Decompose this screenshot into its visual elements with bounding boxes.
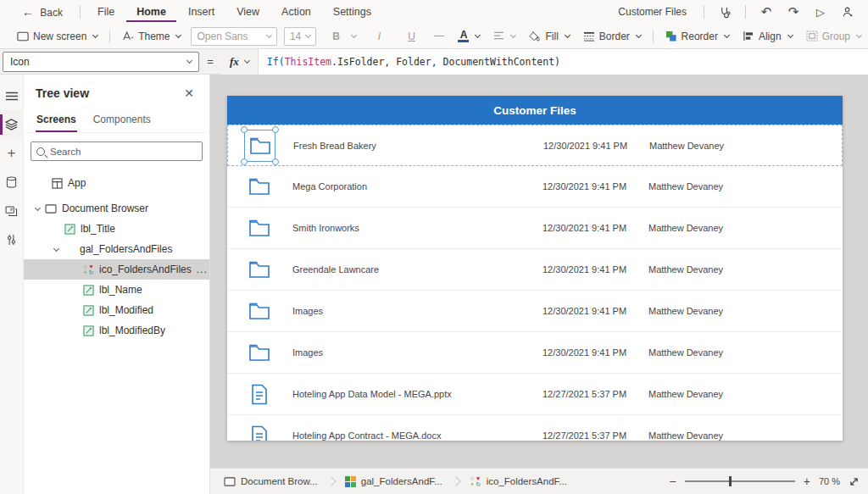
redo-icon[interactable]: ↷: [782, 3, 805, 21]
table-row[interactable]: Smith Ironworks 12/30/2021 9:41 PM Matth…: [227, 208, 843, 249]
zoom-in-button[interactable]: +: [804, 475, 810, 488]
resize-handle[interactable]: [272, 158, 279, 165]
fx-dropdown[interactable]: fx: [221, 49, 259, 75]
strikethrough-icon[interactable]: [427, 32, 451, 41]
row-name-label[interactable]: Images: [292, 306, 542, 316]
tree-item-gal-foldersandfiles[interactable]: gal_FoldersAndFiles: [24, 239, 209, 259]
tree-item-lbl-modifiedby[interactable]: lbl_ModifiedBy: [24, 320, 209, 341]
table-row[interactable]: Greendale Lawncare 12/30/2021 9:41 PM Ma…: [227, 249, 843, 291]
font-size-select[interactable]: 14: [284, 27, 317, 46]
table-row[interactable]: Fresh Bread Bakery 12/30/2021 9:41 PM Ma…: [227, 125, 843, 166]
breadcrumb-gallery[interactable]: gal_FoldersAndF...: [337, 469, 451, 494]
app-screen[interactable]: Customer Files Fresh Bread Bakery 12/30/…: [227, 96, 843, 441]
group-button[interactable]: Group: [799, 27, 868, 46]
table-row[interactable]: Mega Corporation 12/30/2021 9:41 PM Matt…: [227, 166, 843, 208]
screen-title-bar[interactable]: Customer Files: [227, 96, 843, 125]
zoom-slider-handle[interactable]: [729, 476, 732, 486]
row-modified-label[interactable]: 12/30/2021 9:41 PM: [543, 141, 649, 151]
tree-item-ico-foldersandfiles[interactable]: ○♥+↻ ico_FoldersAndFiles ...: [24, 259, 209, 280]
resize-handle[interactable]: [241, 158, 248, 165]
row-modified-label[interactable]: 12/30/2021 9:41 PM: [542, 223, 648, 233]
menu-home[interactable]: Home: [126, 2, 176, 22]
item-more-options[interactable]: ...: [197, 264, 208, 275]
close-icon[interactable]: ✕: [179, 85, 199, 102]
row-name-label[interactable]: Images: [292, 347, 542, 358]
row-modified-label[interactable]: 12/30/2021 9:41 PM: [542, 181, 648, 191]
tree-item-app[interactable]: App: [24, 173, 209, 193]
search-box[interactable]: [31, 142, 203, 161]
tree-item-lbl-name[interactable]: lbl_Name: [24, 280, 209, 300]
row-modified-label[interactable]: 12/27/2021 5:37 PM: [542, 389, 648, 399]
row-author-label[interactable]: Matthew Devaney: [648, 181, 723, 191]
row-author-label[interactable]: Matthew Devaney: [648, 347, 723, 358]
font-family-select[interactable]: Open Sans: [191, 27, 276, 46]
menu-view[interactable]: View: [226, 2, 270, 22]
row-author-label[interactable]: Matthew Devaney: [648, 389, 723, 399]
zoom-slider[interactable]: [685, 480, 795, 482]
tree-item-lbl-title[interactable]: lbl_Title: [24, 219, 209, 239]
row-author-label[interactable]: Matthew Devaney: [648, 264, 723, 275]
zoom-out-button[interactable]: −: [670, 475, 676, 488]
fit-to-window-icon[interactable]: [849, 476, 860, 487]
row-modified-label[interactable]: 12/30/2021 9:41 PM: [542, 264, 648, 275]
tab-components[interactable]: Components: [92, 110, 152, 132]
table-row[interactable]: Images 12/30/2021 9:41 PM Matthew Devane…: [227, 291, 843, 332]
tree-item-document-browser[interactable]: Document Browser: [24, 198, 209, 219]
row-author-label[interactable]: Matthew Devaney: [648, 223, 723, 233]
menu-action[interactable]: Action: [271, 2, 321, 22]
zoom-level[interactable]: 70 %: [819, 476, 840, 486]
align-button[interactable]: Align: [736, 27, 799, 46]
resize-handle[interactable]: [272, 126, 279, 133]
share-person-icon[interactable]: [836, 3, 860, 21]
fill-button[interactable]: Fill: [522, 27, 576, 46]
row-name-label[interactable]: Greendale Lawncare: [292, 264, 542, 275]
tab-screens[interactable]: Screens: [36, 110, 77, 132]
row-name-label[interactable]: Smith Ironworks: [292, 223, 542, 233]
row-modified-label[interactable]: 12/30/2021 9:41 PM: [542, 306, 648, 316]
row-author-label[interactable]: Matthew Devaney: [648, 306, 723, 316]
tree-item-lbl-modified[interactable]: lbl_Modified: [24, 300, 209, 320]
table-row[interactable]: Hoteling App Data Model - MEGA.pptx 12/2…: [227, 374, 843, 415]
chevron-down-icon[interactable]: [53, 245, 59, 251]
media-icon[interactable]: [0, 197, 24, 225]
breadcrumb-icon-control[interactable]: ○♥+↻ ico_FoldersAndF...: [461, 469, 576, 494]
property-select[interactable]: Icon: [3, 52, 199, 72]
insert-plus-icon[interactable]: +: [0, 139, 24, 168]
table-row[interactable]: Images 12/30/2021 9:41 PM Matthew Devane…: [227, 332, 843, 374]
back-button[interactable]: ← Back: [12, 1, 73, 23]
row-author-label[interactable]: Matthew Devaney: [648, 430, 723, 441]
data-sources-icon[interactable]: [0, 168, 24, 197]
table-row[interactable]: Hoteling App Contract - MEGA.docx 12/27/…: [227, 415, 843, 441]
border-button[interactable]: Border: [576, 27, 648, 46]
chevron-down-icon[interactable]: [35, 204, 41, 210]
reorder-button[interactable]: Reorder: [659, 27, 736, 46]
italic-button[interactable]: I: [363, 27, 395, 46]
new-screen-button[interactable]: New screen: [10, 27, 104, 46]
row-author-label[interactable]: Matthew Devaney: [649, 141, 724, 151]
menu-insert[interactable]: Insert: [178, 2, 225, 22]
font-color-button[interactable]: A: [451, 27, 487, 46]
row-name-label[interactable]: Hoteling App Contract - MEGA.docx: [292, 430, 542, 441]
row-modified-label[interactable]: 12/30/2021 9:41 PM: [542, 347, 648, 358]
undo-icon[interactable]: ↶: [754, 3, 778, 21]
bold-button[interactable]: B: [320, 27, 363, 46]
breadcrumb-screen[interactable]: Document Brow...: [215, 469, 326, 494]
row-modified-label[interactable]: 12/27/2021 5:37 PM: [542, 430, 648, 441]
search-input[interactable]: [50, 147, 197, 157]
resize-handle[interactable]: [241, 126, 248, 133]
underline-button[interactable]: U: [395, 27, 427, 46]
tree-view-icon[interactable]: [0, 110, 24, 139]
theme-button[interactable]: Theme: [115, 27, 187, 46]
advanced-tools-icon[interactable]: [0, 225, 24, 254]
hamburger-menu-icon[interactable]: [0, 81, 24, 110]
row-name-label[interactable]: Fresh Bread Bakery: [293, 141, 543, 151]
app-checker-icon[interactable]: [713, 3, 737, 21]
menu-settings[interactable]: Settings: [323, 2, 381, 22]
row-name-label[interactable]: Mega Corporation: [292, 181, 542, 191]
selected-icon-frame[interactable]: [244, 130, 275, 162]
text-align-button[interactable]: [487, 28, 522, 44]
menu-file[interactable]: File: [87, 2, 125, 22]
formula-input[interactable]: If(ThisItem.IsFolder, Folder, DocumentWi…: [259, 49, 868, 75]
play-preview-icon[interactable]: ▷: [809, 3, 832, 21]
row-name-label[interactable]: Hoteling App Data Model - MEGA.pptx: [292, 389, 542, 399]
